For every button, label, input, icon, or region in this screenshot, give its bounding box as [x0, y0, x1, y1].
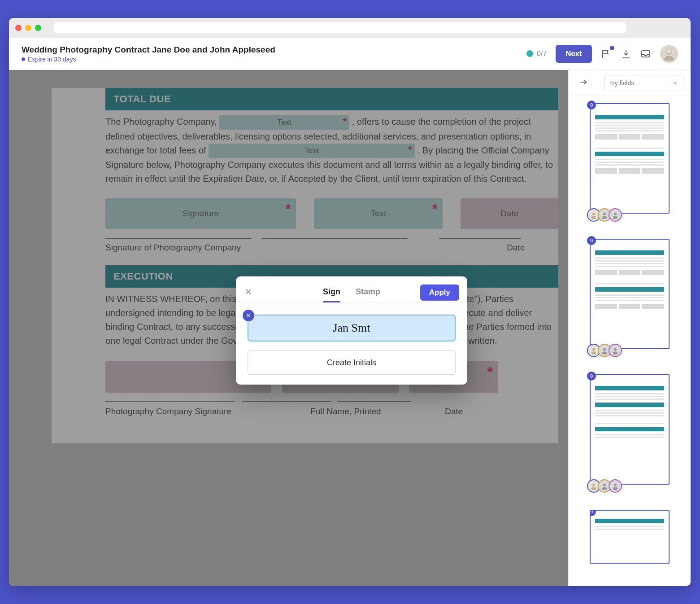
- tab-sign[interactable]: Sign: [323, 287, 340, 302]
- inbox-icon[interactable]: [640, 48, 651, 59]
- tab-stamp[interactable]: Stamp: [356, 287, 380, 302]
- svg-point-21: [613, 487, 618, 490]
- dropdown-label: my fields: [609, 79, 634, 87]
- flag-icon[interactable]: [601, 48, 612, 59]
- svg-point-15: [613, 351, 618, 355]
- signer-avatars: [587, 208, 619, 222]
- signer-avatars: [587, 344, 619, 357]
- browser-chrome: [9, 18, 691, 38]
- collapse-arrow-icon[interactable]: [578, 77, 588, 89]
- page-thumbnails[interactable]: 9 9: [569, 96, 691, 586]
- progress-count: 0/7: [537, 50, 547, 58]
- page-thumbnail[interactable]: 9: [590, 374, 670, 485]
- url-bar[interactable]: [54, 22, 626, 33]
- close-window-icon[interactable]: [15, 25, 22, 31]
- remove-signature-icon[interactable]: [243, 310, 254, 321]
- fields-filter-dropdown[interactable]: my fields: [604, 75, 683, 91]
- close-icon[interactable]: [244, 287, 253, 298]
- svg-point-6: [603, 213, 606, 215]
- svg-point-4: [592, 213, 595, 215]
- expire-dot-icon: [22, 57, 25, 61]
- page-thumbnail[interactable]: 9: [590, 239, 670, 349]
- maximize-window-icon[interactable]: [35, 25, 41, 31]
- field-count-badge: 9: [587, 372, 596, 381]
- svg-point-17: [591, 487, 596, 490]
- signer-avatar-icon: [609, 479, 622, 493]
- signature-text: Jan Smt: [333, 321, 370, 335]
- create-initials-button[interactable]: Create Initials: [248, 350, 456, 375]
- next-button[interactable]: Next: [556, 45, 592, 63]
- field-count-badge: 9: [590, 510, 596, 516]
- svg-point-7: [602, 216, 607, 219]
- field-count-badge: 9: [587, 236, 596, 245]
- main-area: TOTAL DUE The Photography Company, Text …: [9, 70, 691, 586]
- side-panel: my fields 9: [568, 70, 691, 586]
- signer-avatar-icon: [609, 208, 622, 222]
- download-icon[interactable]: [621, 48, 631, 59]
- chevron-down-icon: [672, 80, 678, 86]
- app-header: Wedding Photography Contract Jane Doe an…: [9, 38, 691, 70]
- signer-avatars: [587, 479, 619, 493]
- expire-text: Expire in 30 days: [28, 56, 76, 63]
- svg-point-8: [614, 213, 617, 215]
- document-title: Wedding Photography Contract Jane Doe an…: [22, 45, 517, 55]
- signature-modal: Sign Stamp Apply Jan Smt Create Initials: [236, 276, 467, 385]
- apply-button[interactable]: Apply: [420, 284, 459, 301]
- progress-indicator: 0/7: [526, 50, 547, 58]
- field-count-badge: 9: [587, 101, 596, 109]
- signature-preview-wrapper: Jan Smt: [236, 303, 467, 341]
- svg-point-13: [602, 351, 607, 355]
- svg-point-19: [602, 487, 607, 490]
- svg-point-14: [614, 348, 617, 351]
- progress-dot-icon: [526, 50, 533, 57]
- traffic-lights: [15, 25, 41, 31]
- svg-point-18: [603, 484, 606, 486]
- title-block: Wedding Photography Contract Jane Doe an…: [22, 45, 517, 63]
- page-thumbnail[interactable]: 9: [590, 103, 670, 214]
- signature-preview[interactable]: Jan Smt: [248, 315, 456, 341]
- svg-point-2: [665, 56, 674, 61]
- minimize-window-icon[interactable]: [25, 25, 31, 31]
- svg-point-16: [592, 484, 595, 486]
- signer-avatar-icon: [609, 344, 622, 357]
- app-window: Wedding Photography Contract Jane Doe an…: [9, 18, 691, 586]
- side-panel-header: my fields: [569, 70, 691, 96]
- page-thumbnail[interactable]: 9: [590, 510, 670, 564]
- modal-tabs: Sign Stamp: [323, 287, 380, 302]
- svg-point-10: [592, 348, 595, 351]
- svg-point-9: [613, 216, 618, 219]
- svg-point-12: [603, 348, 606, 351]
- user-avatar[interactable]: [660, 45, 678, 63]
- svg-point-20: [614, 484, 617, 486]
- svg-point-11: [591, 351, 596, 355]
- svg-point-3: [667, 49, 671, 53]
- svg-point-5: [591, 216, 596, 219]
- modal-header: Sign Stamp Apply: [236, 276, 467, 302]
- expire-row: Expire in 30 days: [22, 56, 517, 63]
